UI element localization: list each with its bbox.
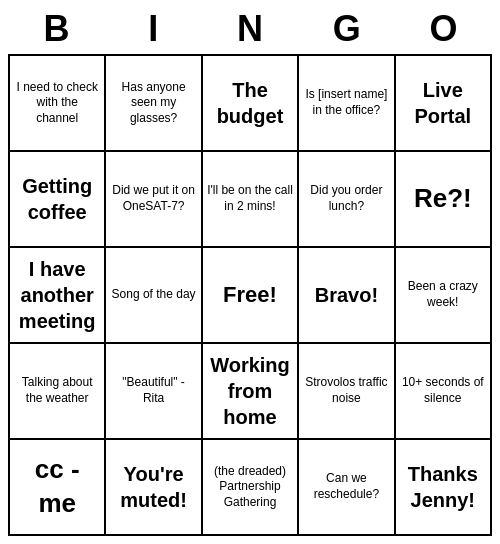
- bingo-cell-6[interactable]: Did we put it on OneSAT-7?: [106, 152, 202, 248]
- cell-text-9: Re?!: [414, 182, 472, 216]
- cell-text-22: (the dreaded) Partnership Gathering: [207, 464, 293, 511]
- bingo-cell-19[interactable]: 10+ seconds of silence: [396, 344, 492, 440]
- cell-text-2: The budget: [207, 77, 293, 129]
- cell-text-20: cc - me: [14, 453, 100, 521]
- bingo-cell-7[interactable]: I'll be on the call in 2 mins!: [203, 152, 299, 248]
- bingo-cell-22[interactable]: (the dreaded) Partnership Gathering: [203, 440, 299, 536]
- cell-text-23: Can we reschedule?: [303, 471, 389, 502]
- cell-text-0: I need to check with the channel: [14, 80, 100, 127]
- bingo-cell-2[interactable]: The budget: [203, 56, 299, 152]
- cell-text-19: 10+ seconds of silence: [400, 375, 486, 406]
- cell-text-5: Getting coffee: [14, 173, 100, 225]
- cell-text-17: Working from home: [207, 352, 293, 430]
- bingo-cell-24[interactable]: Thanks Jenny!: [396, 440, 492, 536]
- bingo-cell-8[interactable]: Did you order lunch?: [299, 152, 395, 248]
- cell-text-15: Talking about the weather: [14, 375, 100, 406]
- bingo-cell-15[interactable]: Talking about the weather: [10, 344, 106, 440]
- bingo-letter-i: I: [105, 8, 201, 50]
- bingo-cell-18[interactable]: Strovolos traffic noise: [299, 344, 395, 440]
- bingo-cell-3[interactable]: Is [insert name] in the office?: [299, 56, 395, 152]
- bingo-title: BINGO: [8, 8, 492, 50]
- bingo-cell-20[interactable]: cc - me: [10, 440, 106, 536]
- cell-text-12: Free!: [223, 281, 277, 310]
- bingo-cell-16[interactable]: "Beautiful" - Rita: [106, 344, 202, 440]
- bingo-grid: I need to check with the channelHas anyo…: [8, 54, 492, 536]
- cell-text-8: Did you order lunch?: [303, 183, 389, 214]
- bingo-cell-10[interactable]: I have another meeting: [10, 248, 106, 344]
- bingo-letter-n: N: [202, 8, 298, 50]
- bingo-letter-b: B: [8, 8, 104, 50]
- bingo-cell-14[interactable]: Been a crazy week!: [396, 248, 492, 344]
- cell-text-16: "Beautiful" - Rita: [110, 375, 196, 406]
- bingo-cell-12[interactable]: Free!: [203, 248, 299, 344]
- cell-text-14: Been a crazy week!: [400, 279, 486, 310]
- bingo-letter-g: G: [299, 8, 395, 50]
- cell-text-6: Did we put it on OneSAT-7?: [110, 183, 196, 214]
- cell-text-4: Live Portal: [400, 77, 486, 129]
- cell-text-11: Song of the day: [112, 287, 196, 303]
- bingo-cell-0[interactable]: I need to check with the channel: [10, 56, 106, 152]
- bingo-cell-1[interactable]: Has anyone seen my glasses?: [106, 56, 202, 152]
- bingo-cell-9[interactable]: Re?!: [396, 152, 492, 248]
- cell-text-24: Thanks Jenny!: [400, 461, 486, 513]
- bingo-cell-11[interactable]: Song of the day: [106, 248, 202, 344]
- bingo-cell-13[interactable]: Bravo!: [299, 248, 395, 344]
- bingo-cell-17[interactable]: Working from home: [203, 344, 299, 440]
- cell-text-1: Has anyone seen my glasses?: [110, 80, 196, 127]
- cell-text-10: I have another meeting: [14, 256, 100, 334]
- bingo-cell-4[interactable]: Live Portal: [396, 56, 492, 152]
- cell-text-18: Strovolos traffic noise: [303, 375, 389, 406]
- cell-text-21: You're muted!: [110, 461, 196, 513]
- bingo-cell-23[interactable]: Can we reschedule?: [299, 440, 395, 536]
- bingo-cell-5[interactable]: Getting coffee: [10, 152, 106, 248]
- cell-text-3: Is [insert name] in the office?: [303, 87, 389, 118]
- bingo-letter-o: O: [396, 8, 492, 50]
- cell-text-13: Bravo!: [315, 282, 378, 308]
- cell-text-7: I'll be on the call in 2 mins!: [207, 183, 293, 214]
- bingo-cell-21[interactable]: You're muted!: [106, 440, 202, 536]
